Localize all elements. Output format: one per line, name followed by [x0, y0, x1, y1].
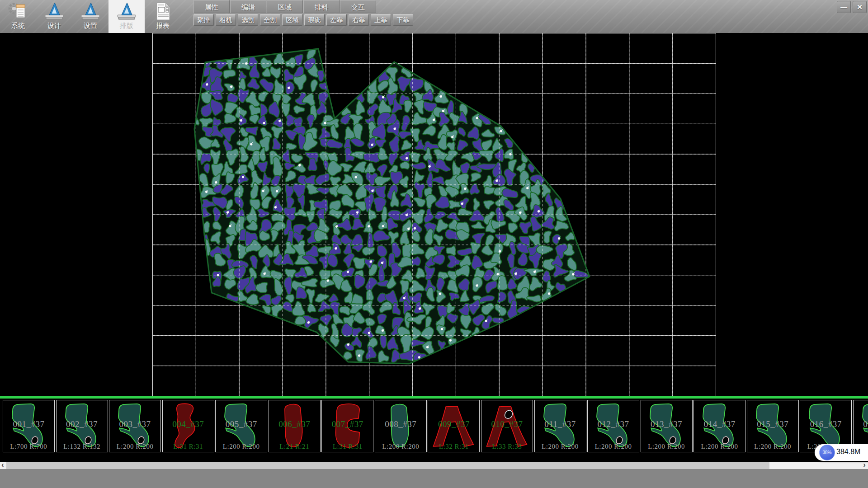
settings-icon [80, 1, 101, 21]
part-lr-count: L:700 R:700 [3, 443, 54, 450]
toolbar-button-label: 设计 [47, 22, 61, 30]
action-button-row: 聚排相机选割全割区域瑕疵左靠右靠上靠下靠 [193, 14, 413, 26]
menu-button-1[interactable]: 属性 [193, 0, 230, 13]
part-name: 015_#37 [747, 419, 798, 429]
part-name: 008_#37 [375, 419, 426, 429]
part-name: 014_#37 [694, 419, 745, 429]
minimize-button[interactable]: — [837, 1, 851, 13]
scroll-left-icon[interactable]: ‹ [1, 461, 4, 469]
part-lr-count: L:200 R:200 [216, 443, 267, 450]
part-name: 017_#37 [854, 419, 868, 429]
part-name: 011_#37 [535, 419, 586, 429]
part-name: 016_#37 [800, 419, 851, 429]
part-name: 010_#37 [481, 419, 533, 429]
part-thumbnail-010_#37[interactable]: 010_#37L:33 R:33 [481, 400, 533, 452]
part-thumbnail-003_#37[interactable]: 003_#37L:200 R:200 [109, 400, 161, 452]
report-icon [152, 1, 173, 21]
toolbar-nesting-button[interactable]: 排版 [108, 0, 145, 33]
nesting-canvas[interactable] [0, 33, 868, 397]
part-lr-count: L:21 R:21 [269, 443, 320, 450]
toolbar-button-label: 排版 [120, 22, 133, 30]
part-lr-count: L:200 R:200 [588, 443, 639, 450]
part-lr-count: L:200 R:200 [109, 443, 160, 450]
toolbar-button-label: 报表 [156, 22, 170, 30]
part-lr-count: L:200 R:200 [694, 443, 745, 450]
system-icon [8, 1, 28, 21]
menu-bar: 属性编辑区域排料交互 [193, 0, 377, 13]
part-thumbnail-013_#37[interactable]: 013_#37L:200 R:200 [641, 400, 693, 452]
part-thumbnail-006_#37[interactable]: 006_#37L:21 R:21 [269, 400, 321, 452]
part-thumbnail-012_#37[interactable]: 012_#37L:200 R:200 [587, 400, 639, 452]
toolbar-report-button[interactable]: 报表 [145, 0, 181, 33]
toolbar-settings-button[interactable]: 设置 [72, 0, 108, 33]
scrollbar-thumb[interactable] [6, 462, 769, 469]
part-name: 002_#37 [57, 419, 108, 429]
action-button-1[interactable]: 聚排 [193, 14, 214, 26]
window-controls: — ✕ [837, 1, 867, 13]
action-button-4[interactable]: 全割 [260, 14, 280, 26]
toolbar-button-label: 设置 [84, 22, 97, 30]
part-thumbnail-007_#37[interactable]: 007_#37L:31 R:31 [321, 400, 373, 452]
part-thumbnail-011_#37[interactable]: 011_#37L:200 R:200 [534, 400, 586, 452]
part-lr-count: L:200 R:200 [535, 443, 586, 450]
progress-circle: 38% [819, 445, 835, 460]
horizontal-scrollbar[interactable]: ‹ › [0, 462, 868, 469]
part-name: 001_#37 [3, 419, 54, 429]
part-thumbnail-004_#37[interactable]: 004_#37L:31 R:31 [162, 400, 214, 452]
nesting-icon [116, 1, 137, 21]
part-name: 009_#37 [428, 419, 479, 429]
part-name: 005_#37 [216, 419, 267, 429]
part-thumbnail-015_#37[interactable]: 015_#37L:200 R:200 [747, 400, 799, 452]
scroll-right-icon[interactable]: › [863, 461, 866, 469]
part-thumbnail-002_#37[interactable]: 002_#37L:132 R:132 [56, 400, 108, 452]
action-button-3[interactable]: 选割 [238, 14, 258, 26]
status-bar [0, 469, 868, 488]
part-thumbnail-001_#37[interactable]: 001_#37L:700 R:700 [3, 400, 55, 452]
part-name: 012_#37 [588, 419, 639, 429]
menu-button-2[interactable]: 编辑 [230, 0, 266, 13]
part-thumbnail-014_#37[interactable]: 014_#37L:200 R:200 [693, 400, 745, 452]
part-lr-count: L:200 R:200 [375, 443, 426, 450]
nesting-svg [0, 33, 868, 397]
parts-panel: 001_#37L:700 R:700002_#37L:132 R:132003_… [0, 399, 868, 462]
action-button-2[interactable]: 相机 [216, 14, 236, 26]
part-name: 013_#37 [641, 419, 692, 429]
progress-value: 38% [822, 450, 831, 455]
part-name: 003_#37 [109, 419, 160, 429]
app-window: 系统设计设置排版报表 属性编辑区域排料交互 聚排相机选割全割区域瑕疵左靠右靠上靠… [0, 0, 868, 488]
action-button-9[interactable]: 上靠 [371, 14, 391, 26]
part-thumbnail-005_#37[interactable]: 005_#37L:200 R:200 [215, 400, 267, 452]
menu-button-3[interactable]: 区域 [267, 0, 303, 13]
menu-button-4[interactable]: 排料 [303, 0, 340, 13]
toolbar-design-button[interactable]: 设计 [36, 0, 72, 33]
menu-button-5[interactable]: 交互 [340, 0, 376, 13]
design-icon [44, 1, 65, 21]
mode-button-group: 系统设计设置排版报表 [0, 0, 181, 33]
close-button[interactable]: ✕ [853, 1, 867, 13]
part-thumbnail-008_#37[interactable]: 008_#37L:200 R:200 [375, 400, 427, 452]
memory-value: 384.8M [836, 448, 860, 456]
part-lr-count: L:32 R:31 [428, 443, 479, 450]
part-lr-count: L:31 R:31 [322, 443, 373, 450]
toolbar-button-label: 系统 [11, 22, 25, 30]
part-lr-count: L:200 R:200 [747, 443, 798, 450]
action-button-8[interactable]: 右靠 [349, 14, 369, 26]
main-toolbar: 系统设计设置排版报表 属性编辑区域排料交互 聚排相机选割全割区域瑕疵左靠右靠上靠… [0, 0, 868, 33]
part-lr-count: L:33 R:33 [481, 443, 533, 450]
part-lr-count: L:31 R:31 [163, 443, 214, 450]
part-name: 006_#37 [269, 419, 320, 429]
action-button-10[interactable]: 下靠 [393, 14, 413, 26]
action-button-7[interactable]: 左靠 [326, 14, 347, 26]
part-name: 004_#37 [163, 419, 214, 429]
part-lr-count: L:132 R:132 [57, 443, 108, 450]
part-thumbnail-009_#37[interactable]: 009_#37L:32 R:31 [428, 400, 480, 452]
toolbar-system-button[interactable]: 系统 [0, 0, 36, 33]
part-name: 007_#37 [322, 419, 373, 429]
action-button-5[interactable]: 区域 [282, 14, 302, 26]
action-button-6[interactable]: 瑕疵 [304, 14, 325, 26]
part-lr-count: L:200 R:200 [641, 443, 692, 450]
